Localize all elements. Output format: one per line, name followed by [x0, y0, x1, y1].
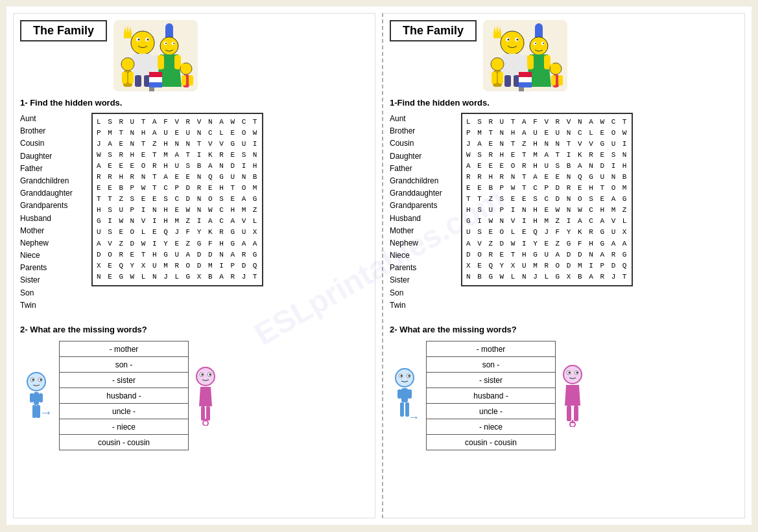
right-word-list: AuntBrotherCousinDaughterFatherGrandchil… [390, 113, 455, 312]
left-female-figure [195, 366, 216, 426]
right-word-item: Brother [390, 125, 455, 137]
right-content-area: AuntBrotherCousinDaughterFatherGrandchil… [390, 113, 738, 312]
right-missing-row: son - [427, 357, 556, 373]
svg-point-90 [396, 369, 414, 387]
left-word-item: Twin [20, 299, 85, 312]
svg-rect-73 [544, 55, 551, 69]
right-word-item: Son [390, 287, 455, 299]
right-word-item: Parents [390, 262, 455, 274]
left-word-item: Mother [20, 225, 85, 237]
svg-point-56 [501, 31, 524, 54]
svg-point-93 [401, 375, 403, 376]
svg-point-104 [576, 372, 578, 374]
left-word-item: Niece [20, 249, 85, 262]
svg-rect-29 [182, 75, 186, 86]
left-missing-row: - niece [60, 419, 189, 435]
left-missing-row: cousin - cousin [60, 435, 189, 450]
svg-rect-87 [519, 72, 532, 77]
left-content-area: AuntBrotherCousinDaughterFatherGrandchil… [20, 113, 368, 312]
svg-rect-99 [407, 389, 412, 399]
right-word-item: Mother [390, 225, 455, 237]
right-missing-row: - mother [427, 341, 556, 357]
left-simpsons-image [113, 20, 198, 91]
svg-rect-26 [128, 72, 134, 84]
svg-rect-44 [39, 393, 43, 402]
left-missing-area: → - motherson -- sisterhusband -uncle --… [20, 341, 368, 450]
svg-rect-9 [135, 75, 141, 87]
left-word-item: Parents [20, 262, 85, 274]
svg-point-74 [491, 58, 504, 71]
svg-point-50 [209, 373, 211, 375]
svg-rect-52 [206, 406, 210, 421]
svg-point-94 [409, 375, 410, 376]
right-word-item: Nephew [390, 237, 455, 249]
svg-rect-95 [401, 388, 408, 402]
svg-rect-80 [492, 72, 497, 84]
svg-point-35 [27, 373, 45, 391]
right-word-item: Cousin [390, 137, 455, 150]
svg-rect-51 [201, 406, 205, 421]
right-male-arrow: → [408, 411, 420, 424]
left-title-box: The Family [20, 20, 107, 41]
svg-point-53 [203, 421, 208, 426]
svg-point-60 [517, 39, 519, 41]
right-title-area: The Family [390, 20, 738, 91]
svg-point-15 [165, 43, 167, 44]
svg-rect-20 [124, 33, 132, 38]
left-male-figure: → [20, 371, 53, 420]
right-word-item: Grandparents [390, 200, 455, 212]
right-section2: 2- What are the missing words? [390, 325, 738, 450]
right-section1-header: 1-Find the hidden words. [390, 98, 738, 108]
left-word-item: Grandchildren [20, 175, 85, 187]
left-word-item: Husband [20, 213, 85, 225]
svg-rect-18 [174, 55, 181, 69]
left-male-head [26, 371, 47, 392]
svg-rect-64 [504, 75, 511, 87]
svg-point-46 [196, 367, 215, 386]
right-missing-row: cousin - cousin [427, 435, 556, 450]
svg-rect-89 [519, 82, 532, 87]
svg-point-16 [173, 43, 174, 44]
left-word-item: Nephew [20, 237, 85, 249]
left-female-body-svg [198, 387, 213, 426]
right-female-figure [562, 364, 583, 427]
left-title: The Family [33, 24, 94, 37]
left-missing-row: husband - [60, 388, 189, 404]
svg-rect-75 [493, 33, 501, 38]
svg-rect-40 [34, 392, 39, 405]
svg-rect-25 [122, 72, 127, 84]
left-missing-row: - mother [60, 341, 189, 357]
svg-rect-84 [551, 75, 556, 86]
svg-point-71 [543, 43, 544, 44]
svg-rect-43 [30, 393, 34, 402]
left-missing-row: son - [60, 357, 189, 373]
right-male-head [394, 367, 415, 388]
right-word-item: Aunt [390, 113, 455, 125]
svg-point-59 [508, 39, 510, 41]
right-word-item: Grandchildren [390, 175, 455, 187]
left-word-list: AuntBrotherCousinDaughterFatherGrandchil… [20, 113, 85, 312]
svg-point-38 [32, 379, 34, 381]
svg-point-70 [535, 43, 536, 44]
svg-rect-33 [149, 77, 162, 82]
svg-point-100 [563, 365, 582, 384]
left-word-item: Brother [20, 125, 85, 137]
left-word-item: Aunt [20, 113, 85, 125]
left-section2-header: 2- What are the missing words? [20, 325, 368, 334]
svg-point-1 [131, 31, 154, 54]
left-word-item: Daughter [20, 150, 85, 163]
left-section1-header: 1- Find the hidden words. [20, 98, 368, 108]
left-section2: 2- What are the missing words? [20, 325, 368, 450]
svg-point-4 [138, 39, 140, 41]
right-title-box: The Family [390, 20, 477, 41]
left-missing-row: uncle - [60, 404, 189, 419]
svg-point-12 [160, 37, 178, 55]
left-missing-row: - sister [60, 373, 189, 388]
right-simpsons-image [483, 20, 567, 91]
left-male-arrow: → [40, 405, 53, 420]
right-word-item: Husband [390, 213, 455, 225]
right-male-figure: → [390, 367, 420, 424]
svg-rect-105 [567, 406, 571, 421]
right-missing-row: uncle - [427, 404, 556, 419]
left-word-item: Grandparents [20, 200, 85, 212]
